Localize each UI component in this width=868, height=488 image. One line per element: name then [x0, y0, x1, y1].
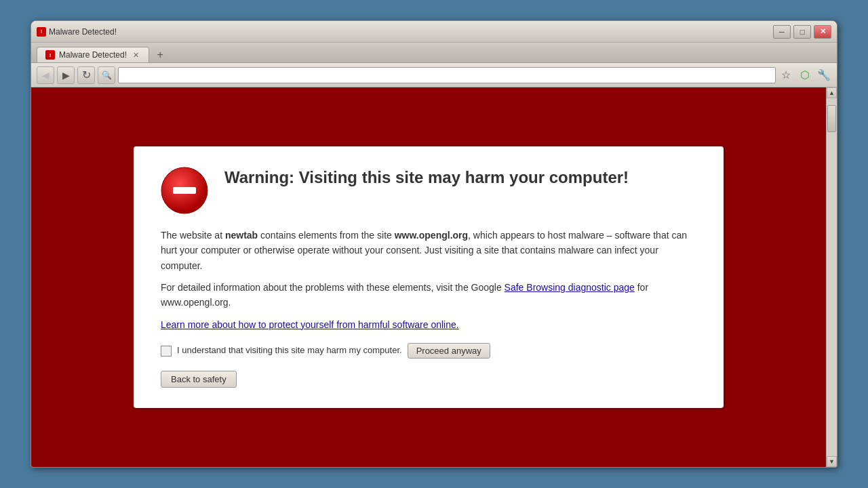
tab-close-button[interactable]: ✕	[131, 50, 140, 60]
card-header: Warning: Visiting this site may harm you…	[161, 167, 696, 214]
warning-icon	[161, 167, 208, 214]
domain-name: www.opengl.org	[395, 230, 468, 241]
warning-card: Warning: Visiting this site may harm you…	[134, 146, 724, 408]
minimize-button[interactable]: ─	[773, 25, 791, 39]
warning-title: Warning: Visiting this site may harm you…	[224, 167, 629, 188]
site-name: newtab	[225, 230, 258, 241]
nav-icons: ☆ ⬡ 🔧	[778, 68, 831, 83]
address-bar[interactable]	[118, 67, 776, 83]
bookmark-button[interactable]: ⬡	[797, 68, 812, 83]
svg-rect-1	[173, 187, 196, 194]
scroll-up-button[interactable]: ▲	[827, 87, 837, 98]
proceed-button[interactable]: Proceed anyway	[408, 343, 490, 359]
learn-more-paragraph: Learn more about how to protect yourself…	[161, 317, 696, 332]
scroll-track	[827, 98, 837, 456]
window-controls: ─ □ ✕	[773, 25, 831, 39]
title-bar-label: Malware Detected!	[49, 27, 117, 37]
search-icon: 🔍	[102, 70, 112, 80]
learn-more-link[interactable]: Learn more about how to protect yourself…	[161, 319, 459, 330]
tab-favicon: !	[37, 27, 46, 37]
close-button[interactable]: ✕	[814, 25, 831, 39]
card-body: The website at newtab contains elements …	[161, 228, 696, 388]
back-to-safety-button[interactable]: Back to safety	[161, 371, 237, 388]
reload-button[interactable]: ↻	[77, 66, 95, 84]
scrollbar[interactable]: ▲ ▼	[826, 87, 837, 467]
maximize-button[interactable]: □	[793, 25, 811, 39]
reload-icon: ↻	[82, 68, 91, 81]
body1-prefix: The website at	[161, 230, 225, 241]
navigation-bar: ◀ ▶ ↻ 🔍 ☆ ⬡ 🔧	[31, 63, 837, 87]
active-tab[interactable]: ! Malware Detected! ✕	[37, 47, 149, 62]
understand-checkbox[interactable]	[161, 346, 172, 357]
star-button[interactable]: ☆	[778, 68, 793, 83]
body1-middle: contains elements from the site	[258, 230, 395, 241]
forward-nav-button[interactable]: ▶	[57, 66, 75, 84]
scroll-down-button[interactable]: ▼	[827, 456, 837, 467]
scroll-thumb[interactable]	[827, 105, 836, 132]
tab-bar: ! Malware Detected! ✕ +	[31, 43, 837, 63]
search-button[interactable]: 🔍	[98, 66, 115, 84]
forward-icon: ▶	[62, 70, 70, 81]
tab-label: Malware Detected!	[59, 50, 127, 60]
browser-window: ! Malware Detected! ─ □ ✕ ! Malware Dete…	[31, 20, 837, 468]
tools-button[interactable]: 🔧	[816, 68, 831, 83]
back-icon: ◀	[42, 70, 50, 81]
back-nav-button[interactable]: ◀	[37, 66, 54, 84]
body2-prefix: For detailed information about the probl…	[161, 282, 505, 293]
body-paragraph-1: The website at newtab contains elements …	[161, 228, 696, 273]
content-area: Warning: Visiting this site may harm you…	[31, 87, 837, 467]
body-paragraph-2: For detailed information about the probl…	[161, 280, 696, 310]
checkbox-row: I understand that visiting this site may…	[161, 343, 696, 359]
tab-icon: !	[45, 50, 55, 60]
understand-label: I understand that visiting this site may…	[177, 344, 402, 358]
new-tab-button[interactable]: +	[152, 47, 168, 62]
title-bar: ! Malware Detected! ─ □ ✕	[31, 21, 837, 43]
diagnostic-link[interactable]: Safe Browsing diagnostic page	[505, 282, 635, 293]
